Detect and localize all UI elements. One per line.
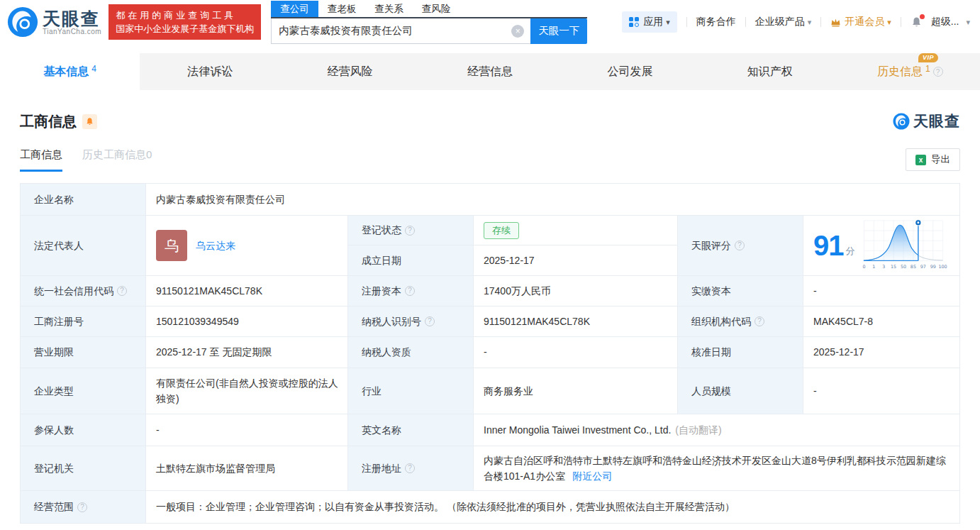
notifications-bell[interactable] — [911, 16, 923, 28]
search-button[interactable]: 天眼一下 — [530, 18, 587, 44]
crown-icon — [830, 18, 841, 27]
search-module: 查公司 查老板 查关系 查风险 × 天眼一下 — [271, 1, 587, 44]
field-value-business-scope: 一般项目：企业管理；企业管理咨询；以自有资金从事投资活动。 （除依法须经批准的项… — [146, 491, 959, 523]
score-value: 91 — [813, 231, 844, 260]
field-label-reg-address: 注册地址? — [348, 446, 474, 491]
tab-basic-info[interactable]: 基本信息 4 — [0, 53, 140, 90]
tab-intellectual-property[interactable]: 知识产权 — [700, 53, 840, 90]
svg-text:100: 100 — [938, 264, 947, 269]
paid-capital-value: - — [813, 283, 817, 299]
english-name-value: Inner Mongolia Taiwei Investment Co., Lt… — [484, 422, 671, 438]
help-icon[interactable]: ? — [735, 241, 745, 250]
taxpayer-id-value: 91150121MAK45CL78K — [484, 314, 590, 329]
search-box: × 天眼一下 — [271, 18, 587, 44]
industry-label: 行业 — [362, 383, 382, 399]
svg-text:99: 99 — [930, 264, 935, 269]
taxpayer-id-label: 纳税人识别号 — [362, 314, 421, 329]
industry-value: 商务服务业 — [484, 383, 533, 399]
search-tab-relation[interactable]: 查关系 — [365, 1, 413, 17]
tab-legal-label: 法律诉讼 — [187, 65, 233, 79]
field-label-company-name: 企业名称 — [21, 184, 146, 216]
nav-user-account[interactable]: 超级... ▾ — [931, 16, 970, 28]
business-info-table: 企业名称 内蒙古泰威投资有限责任公司 法定代表人 乌 乌云达来 登记状态? 存续… — [20, 183, 960, 524]
business-scope-label: 经营范围 — [34, 499, 74, 514]
tab-risk-label: 经营风险 — [328, 65, 373, 79]
subscribe-bell-chip[interactable] — [82, 114, 97, 129]
help-icon[interactable]: ? — [933, 67, 943, 77]
paid-capital-label: 实缴资本 — [691, 283, 731, 299]
search-tab-company[interactable]: 查公司 — [271, 1, 318, 17]
open-vip-label: 开通会员 — [845, 16, 884, 28]
field-label-score: 天眼评分? — [678, 216, 803, 276]
search-tab-boss[interactable]: 查老板 — [318, 1, 366, 17]
tab-legal-proceedings[interactable]: 法律诉讼 — [140, 53, 279, 90]
tab-operating-risk[interactable]: 经营风险 — [280, 53, 420, 90]
apps-menu[interactable]: 应用 ▾ — [622, 11, 677, 33]
nearby-companies-link[interactable]: 附近公司 — [572, 470, 612, 482]
credit-code-label: 统一社会信用代码 — [34, 283, 113, 299]
tab-basic-count: 4 — [91, 64, 96, 74]
legal-rep-link[interactable]: 乌云达来 — [196, 238, 235, 253]
field-value-taxpayer-id: 91150121MAK45CL78K — [474, 307, 678, 337]
nav-cooperation[interactable]: 商务合作 — [696, 16, 736, 28]
tab-history-info[interactable]: 历史信息 VIP 1 ? — [840, 53, 980, 90]
org-code-label: 组织机构代码 — [691, 314, 751, 329]
field-label-credit-code: 统一社会信用代码? — [21, 276, 146, 307]
help-icon[interactable]: ? — [405, 463, 415, 473]
search-tabs: 查公司 查老板 查关系 查风险 — [271, 1, 587, 18]
logo-title: 天眼查 — [43, 9, 101, 28]
org-code-value: MAK45CL7-8 — [813, 314, 873, 329]
tab-company-development[interactable]: 公司发展 — [560, 53, 700, 90]
field-value-reg-capital: 17400万人民币 — [474, 276, 678, 307]
nav-divider — [901, 17, 901, 27]
search-tab-risk[interactable]: 查风险 — [413, 1, 460, 17]
svg-text:85: 85 — [910, 264, 915, 269]
field-value-score: 91 分 — [803, 216, 959, 276]
tianyancha-logo[interactable]: 天眼查 TianYanCha.com — [7, 6, 101, 38]
establish-date-label: 成立日期 — [362, 253, 401, 268]
enterprise-label: 企业级产品 — [755, 16, 805, 28]
staff-size-value: - — [813, 383, 817, 399]
chart-x-ticks: 0 1 3 15 50 85 97 99 100 — [862, 264, 947, 269]
insured-label: 参保人数 — [34, 422, 74, 438]
help-icon[interactable]: ? — [755, 316, 764, 326]
subtab-business-info[interactable]: 工商信息 — [20, 148, 62, 172]
field-label-english-name: 英文名称 — [348, 414, 474, 446]
user-name: 超级... — [931, 16, 959, 28]
tab-history-label-wrap: 历史信息 VIP — [877, 65, 923, 79]
tab-operating-info[interactable]: 经营信息 — [420, 53, 559, 90]
tianyancha-watermark: 天眼查 — [893, 111, 960, 131]
clear-search-icon[interactable]: × — [511, 25, 524, 38]
cooperation-label: 商务合作 — [696, 16, 736, 28]
company-name-value: 内蒙古泰威投资有限责任公司 — [156, 192, 285, 207]
reg-authority-value: 土默特左旗市场监督管理局 — [156, 460, 275, 476]
status-badge: 存续 — [484, 222, 519, 239]
help-icon[interactable]: ? — [405, 226, 415, 236]
company-type-label: 企业类型 — [34, 383, 74, 399]
field-label-reg-status: 登记状态? — [348, 216, 474, 245]
field-value-org-code: MAK45CL7-8 — [803, 307, 959, 337]
taxpayer-quality-value: - — [484, 344, 487, 360]
chevron-down-icon: ▾ — [666, 18, 670, 27]
export-button[interactable]: x 导出 — [906, 148, 960, 171]
vip-badge: VIP — [918, 53, 938, 62]
field-value-reg-number: 150121039349549 — [146, 307, 348, 337]
company-detail-tabbar: 基本信息 4 法律诉讼 经营风险 经营信息 公司发展 知识产权 历史信息 VIP… — [0, 53, 980, 90]
svg-text:50: 50 — [900, 264, 906, 269]
nav-enterprise-products[interactable]: 企业级产品 ▾ — [755, 16, 812, 28]
help-icon[interactable]: ? — [117, 286, 127, 296]
field-label-taxpayer-id: 纳税人识别号? — [348, 307, 474, 337]
nav-divider — [820, 17, 821, 27]
legal-rep-avatar[interactable]: 乌 — [156, 230, 187, 261]
reg-number-label: 工商注册号 — [34, 314, 84, 329]
help-icon[interactable]: ? — [77, 502, 87, 512]
help-icon[interactable]: ? — [405, 286, 415, 296]
promo-line1: 都在用的商业查询工具 — [116, 9, 254, 22]
reg-status-label: 登记状态 — [362, 222, 401, 238]
subtab-history-business-info[interactable]: 历史工商信息0 — [82, 148, 152, 170]
field-value-paid-capital: - — [803, 276, 959, 307]
reg-address-value: 内蒙古自治区呼和浩特市土默特左旗呼和浩特金山经济技术开发区金山大道8号伊利乳都科… — [484, 455, 946, 482]
search-input[interactable] — [271, 18, 530, 44]
nav-open-vip[interactable]: 开通会员 ▾ — [830, 16, 891, 28]
help-icon[interactable]: ? — [425, 316, 435, 326]
